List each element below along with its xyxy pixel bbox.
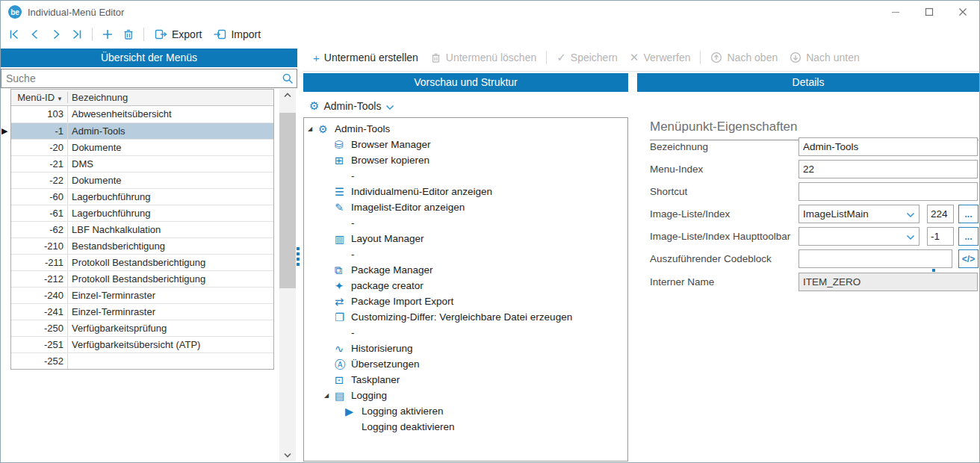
export-button[interactable]: Export xyxy=(150,25,206,44)
tree-item-layout-manager[interactable]: ▥Layout Manager xyxy=(304,231,627,246)
list-icon: ☰ xyxy=(335,187,351,197)
tree-item-logging-aktivieren[interactable]: ▶Logging aktivieren xyxy=(304,403,627,419)
tree-item-übersetzungen[interactable]: ⒶÜbersetzungen xyxy=(304,356,627,372)
add-menu-button[interactable] xyxy=(99,25,117,43)
table-row[interactable]: -22Dokumente xyxy=(11,172,273,188)
tree-item-individualmenü-editor-anzeigen[interactable]: ☰Individualmenü-Editor anzeigen xyxy=(304,184,627,199)
tree-item-logging-deaktivieren[interactable]: Logging deaktivieren xyxy=(304,419,627,435)
tree-item-logging[interactable]: ◢▤Logging xyxy=(304,388,627,403)
arrow-up-circle-icon xyxy=(710,52,722,63)
gears-icon: ⚙ xyxy=(318,124,335,134)
last-record-button[interactable] xyxy=(68,25,86,43)
tree-item-label: Logging deaktivieren xyxy=(362,421,455,432)
delete-menu-button[interactable] xyxy=(120,25,137,43)
toolbar-separator xyxy=(546,51,547,64)
expander-icon[interactable]: ◢ xyxy=(308,125,318,132)
breadcrumb[interactable]: ⚙ Admin-Tools xyxy=(309,98,394,114)
table-row[interactable]: -210Bestandsberichtigung xyxy=(11,237,273,254)
image-picker-button[interactable]: ... xyxy=(958,205,979,223)
gears-icon: ⚙ xyxy=(309,99,319,113)
toolbar-button-nach-unten[interactable]: Nach unten xyxy=(784,48,866,67)
expander-icon[interactable]: ◢ xyxy=(324,392,335,399)
table-row[interactable]: -251Verfügbarkeitsübersicht (ATP) xyxy=(11,336,273,352)
table-row[interactable]: -252 xyxy=(11,352,273,369)
tree-item-label: - xyxy=(351,249,355,260)
maximize-button[interactable] xyxy=(912,1,946,23)
codeblock-field[interactable] xyxy=(798,249,952,268)
import-button[interactable]: Import xyxy=(209,25,265,44)
selected-row-marker-icon: ▶ xyxy=(1,123,10,139)
table-row[interactable]: -211Protokoll Bestandsberichtigung xyxy=(11,254,273,270)
column-header-menu-id[interactable]: Menü-ID▼ xyxy=(11,92,67,103)
toolbar-divider xyxy=(303,71,980,72)
table-row[interactable]: -21DMS xyxy=(11,155,273,172)
tree-item-historisierung[interactable]: ∿Historisierung xyxy=(304,341,627,356)
search-input[interactable] xyxy=(1,69,297,88)
table-row[interactable]: -250Verfügbarkeitsprüfung xyxy=(11,320,273,336)
toolbar-button-untermenü-löschen[interactable]: Untermenü löschen xyxy=(424,48,542,67)
tree-item-label: Customizing-Differ: Vergleichbare Datei … xyxy=(351,311,572,323)
previous-record-button[interactable] xyxy=(26,25,44,43)
first-record-button[interactable] xyxy=(5,25,23,43)
image-haupttoolbar-picker-button[interactable]: ... xyxy=(958,227,979,246)
toolbar-button-label: Nach unten xyxy=(806,52,860,63)
tree-item-label: Package Manager xyxy=(351,264,433,276)
tree-item-label: Taskplaner xyxy=(351,374,400,385)
app-icon: be xyxy=(8,5,22,19)
toolbar-button-speichern[interactable]: ✓Speichern xyxy=(551,48,624,67)
image-liste-combobox[interactable]: ImageListMain xyxy=(798,205,919,223)
cell-bezeichnung: Abwesenheitsübersicht xyxy=(67,106,273,122)
table-scrollbar[interactable] xyxy=(279,89,296,462)
scroll-down-icon[interactable] xyxy=(279,449,296,462)
bezeichnung-field[interactable] xyxy=(798,137,978,156)
tree-item--[interactable]: - xyxy=(304,215,627,231)
table-row[interactable]: -62LBF Nachkalkulation xyxy=(11,221,273,237)
toolbar-button-untermenü-erstellen[interactable]: +Untermenü erstellen xyxy=(307,48,424,67)
toolbar-button-nach-oben[interactable]: Nach oben xyxy=(704,48,784,67)
splitter-left[interactable] xyxy=(297,247,300,266)
minimize-button[interactable] xyxy=(878,1,912,23)
scroll-up-icon[interactable] xyxy=(279,89,296,102)
shortcut-field[interactable] xyxy=(798,182,978,201)
image-liste-haupttoolbar-combobox[interactable] xyxy=(798,227,919,246)
tree-item--[interactable]: - xyxy=(304,325,627,341)
tree-item-package-creator[interactable]: ✦package creator xyxy=(304,278,627,293)
tree-item-label: - xyxy=(351,170,355,181)
table-row[interactable]: -1Admin-Tools▶ xyxy=(11,122,273,139)
scrollbar-thumb[interactable] xyxy=(279,113,296,288)
cell-bezeichnung: Bestandsberichtigung xyxy=(67,238,273,254)
tree-item-label: Layout Manager xyxy=(351,233,424,244)
table-row[interactable]: -61Lagerbuchführung xyxy=(11,205,273,221)
column-header-bezeichnung[interactable]: Bezeichnung xyxy=(67,92,273,103)
tree-item--[interactable]: - xyxy=(304,246,627,262)
table-row[interactable]: -240Einzel-Terminraster xyxy=(11,287,273,303)
close-button[interactable] xyxy=(946,1,979,23)
menu-index-field[interactable] xyxy=(798,160,978,178)
tree-item-package-manager[interactable]: ⧉Package Manager xyxy=(304,262,627,278)
tree-item-customizing-differ-vergleichbare-datei-erzeugen[interactable]: ❐Customizing-Differ: Vergleichbare Datei… xyxy=(304,309,627,325)
table-row[interactable]: -212Protokoll Bestandsberichtigung xyxy=(11,270,273,287)
table-row[interactable]: -241Einzel-Terminraster xyxy=(11,303,273,320)
tree-item-browser-manager[interactable]: ⛁Browser Manager xyxy=(304,137,627,152)
image-index-field[interactable] xyxy=(927,205,954,223)
table-row[interactable]: -20Dokumente xyxy=(11,139,273,155)
menu-table: Menü-ID▼ Bezeichnung 103Abwesenheitsüber… xyxy=(10,89,274,370)
table-row[interactable]: 103Abwesenheitsübersicht xyxy=(11,106,273,122)
tree-item-browser-kopieren[interactable]: ⊞Browser kopieren xyxy=(304,152,627,168)
next-record-button[interactable] xyxy=(47,25,65,43)
toolbar-button-verwerfen[interactable]: ✕Verwerfen xyxy=(624,48,697,67)
cell-menu-id: -1 xyxy=(11,123,67,139)
toolbar-button-label: Speichern xyxy=(571,52,618,63)
cell-bezeichnung: LBF Nachkalkulation xyxy=(67,222,273,237)
table-row[interactable]: -60Lagerbuchführung xyxy=(11,188,273,205)
structure-header: Vorschau und Struktur xyxy=(303,73,628,92)
image-index-haupttoolbar-field[interactable] xyxy=(927,227,954,246)
tree-item-package-import-export[interactable]: ⇄Package Import Export xyxy=(304,293,627,309)
toolbar-button-label: Nach oben xyxy=(727,52,778,63)
tree-item-admin-tools[interactable]: ◢⚙Admin-Tools xyxy=(304,121,627,137)
code-editor-button[interactable]: </> xyxy=(958,249,979,268)
image-edit-icon: ✎ xyxy=(335,202,351,213)
tree-item--[interactable]: - xyxy=(304,168,627,184)
tree-item-imagelist-editor-anzeigen[interactable]: ✎Imagelist-Editor anzeigen xyxy=(304,199,627,215)
tree-item-taskplaner[interactable]: ⊡Taskplaner xyxy=(304,372,627,388)
